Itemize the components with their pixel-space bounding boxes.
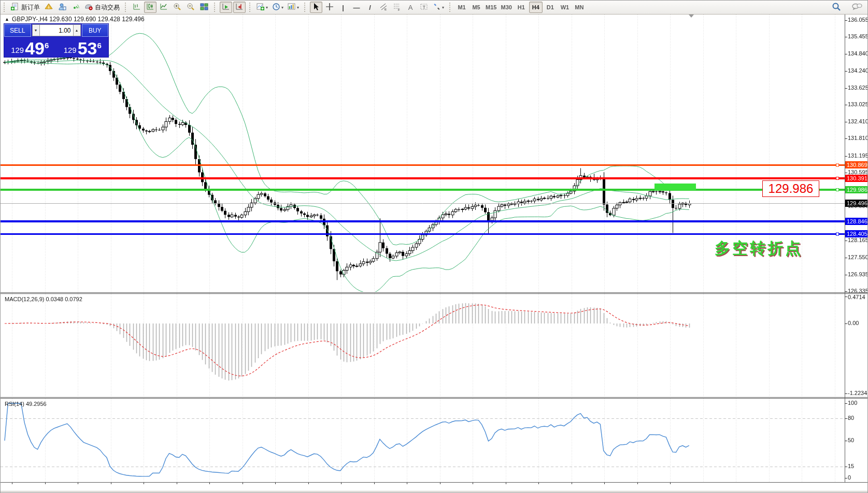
toolbar-grip[interactable] (304, 3, 307, 12)
toolbar-grip[interactable] (249, 3, 252, 12)
time-axis[interactable]: 22 Jul 201923 Jul 16:0025 Jul 00:0026 Ju… (1, 482, 868, 491)
timeframe-M5[interactable]: M5 (469, 2, 483, 13)
zoom-out-button[interactable] (184, 2, 197, 13)
rsi-tick: 80 (848, 415, 854, 421)
toolbar-grip[interactable] (449, 3, 452, 12)
timeframe-M30[interactable]: M30 (499, 2, 513, 13)
toolbar-grip[interactable] (125, 3, 128, 12)
chat-button[interactable] (850, 2, 864, 13)
price-tag-128.405: 128.405 (845, 230, 868, 237)
highlight-rectangle[interactable] (654, 184, 696, 190)
buy-button[interactable]: BUY (82, 24, 109, 37)
chevron-down-icon[interactable]: ▾ (442, 5, 444, 10)
macd-tick: -1.2234 (848, 390, 867, 396)
autotrading-button[interactable]: 自动交易 (83, 2, 121, 13)
timeframe-W1[interactable]: W1 (558, 2, 572, 13)
text-tool-button[interactable]: A (404, 2, 417, 13)
bar-chart-button[interactable] (131, 2, 143, 13)
volume-input[interactable] (40, 24, 73, 36)
buy-price[interactable]: 129 53 6 (57, 37, 109, 57)
price-tag-130.391: 130.391 (845, 175, 868, 182)
window-bottom-strip (1, 491, 868, 493)
line-chart-button[interactable] (158, 2, 170, 13)
new-order-button[interactable]: 新订单 (9, 2, 41, 13)
toolbar-right (830, 1, 864, 14)
timeframe-bar: M1M5M15M30H1H4D1W1MN (454, 2, 587, 13)
chevron-down-icon[interactable]: ▾ (266, 5, 268, 10)
profiles-button[interactable] (56, 2, 68, 13)
rsi-tick: 15 (848, 463, 854, 469)
signals-button[interactable] (69, 2, 82, 13)
indicators-button[interactable]: ▾ (255, 2, 269, 13)
arrows-tool-button[interactable]: ▾ (431, 2, 446, 13)
macd-tick: 0.4714 (848, 294, 865, 300)
periods-button[interactable]: ▾ (271, 2, 285, 13)
timeframe-M15[interactable]: M15 (484, 2, 498, 13)
chart-shift-button[interactable] (233, 2, 246, 13)
channel-tool-button[interactable]: E (377, 2, 390, 13)
text-tool-icon: A (408, 4, 413, 11)
candlestick-button[interactable] (144, 2, 156, 13)
horizontal-line-icon: — (353, 4, 360, 11)
turning-point-note[interactable]: 多空转折点 (715, 238, 803, 259)
timeframe-H1[interactable]: H1 (515, 2, 528, 13)
collapse-panel-icon[interactable]: ▲ (5, 17, 9, 22)
price-tick: 126.335 (848, 288, 868, 294)
rsi-tick: 50 (848, 437, 854, 443)
arrows-icon (433, 3, 441, 12)
trendline-tool-button[interactable]: / (364, 2, 376, 13)
text-label-icon: T (420, 3, 428, 12)
tile-windows-icon (200, 3, 208, 12)
mt4-window: 新订单 自动交易 (0, 0, 868, 493)
volume-decrease-button[interactable]: ▼ (32, 24, 40, 36)
timeframe-MN[interactable]: MN (573, 2, 586, 13)
chevron-down-icon[interactable]: ▾ (281, 5, 283, 10)
new-order-icon (11, 3, 19, 12)
trade-panel-top-row: SELL ▼ ▲ BUY (4, 24, 108, 37)
price-callout-label[interactable]: 129.986 (762, 180, 819, 197)
sell-price-pips: 49 (25, 40, 45, 56)
text-label-tool-button[interactable]: T (418, 2, 430, 13)
symbol-ohlc-text: GBPJPY-,H4 129.630 129.690 129.428 129.4… (12, 16, 145, 23)
toolbar-grip[interactable] (4, 3, 7, 12)
timeframe-M1[interactable]: M1 (455, 2, 468, 13)
fibonacci-tool-button[interactable]: F (391, 2, 403, 13)
templates-button[interactable]: ▾ (286, 2, 301, 13)
new-chart-button[interactable] (42, 2, 55, 13)
toolbar-grip[interactable] (214, 3, 217, 12)
price-tick: 134.240 (848, 67, 868, 74)
auto-scroll-button[interactable] (220, 2, 232, 13)
price-tick: 128.165 (848, 237, 868, 243)
timeframe-D1[interactable]: D1 (544, 2, 557, 13)
autotrading-icon (84, 3, 93, 12)
cursor-button[interactable] (310, 2, 322, 13)
volume-increase-button[interactable]: ▲ (73, 24, 81, 36)
chart-shift-marker[interactable] (689, 15, 694, 18)
bar-chart-icon (133, 3, 141, 12)
tile-windows-button[interactable] (198, 2, 210, 13)
price-tag-129.496: 129.496 (845, 200, 868, 207)
sell-price[interactable]: 129 49 6 (4, 37, 56, 57)
autotrading-label: 自动交易 (95, 3, 120, 12)
indicators-icon (257, 3, 265, 12)
sell-button[interactable]: SELL (4, 24, 31, 37)
cursor-icon (312, 3, 320, 12)
symbol-ohlc-line: ▲ GBPJPY-,H4 129.630 129.690 129.428 129… (5, 16, 145, 23)
rsi-tick: 100 (848, 400, 857, 406)
search-button[interactable] (830, 2, 843, 13)
price-tick: 136.055 (848, 17, 868, 23)
chevron-down-icon[interactable]: ▾ (297, 5, 299, 10)
vertical-line-tool-button[interactable]: | (337, 2, 349, 13)
svg-text:T: T (423, 4, 426, 9)
price-tick: 131.810 (848, 135, 868, 141)
macd-indicator-label: MACD(12,26,9) 0.0348 0.0792 (5, 296, 82, 302)
price-tick: 134.840 (848, 50, 868, 57)
horizontal-line-tool-button[interactable]: — (350, 2, 363, 13)
crosshair-button[interactable] (323, 2, 336, 13)
search-icon (832, 2, 841, 13)
clock-icon (272, 3, 280, 12)
zoom-in-button[interactable] (171, 2, 183, 13)
timeframe-H4[interactable]: H4 (529, 2, 543, 13)
svg-text:E: E (385, 8, 387, 11)
fibonacci-icon: F (393, 3, 401, 12)
